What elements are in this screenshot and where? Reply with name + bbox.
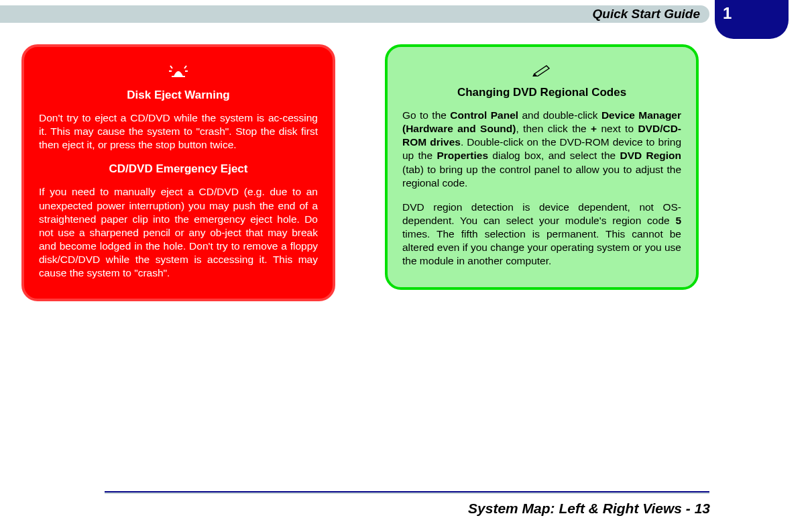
warning-title-1: Disk Eject Warning bbox=[39, 89, 318, 102]
alarm-icon bbox=[39, 62, 318, 83]
note-para-2: DVD region detection is device dependent… bbox=[402, 201, 681, 268]
note-title: Changing DVD Regional Codes bbox=[402, 86, 681, 99]
footer-text: System Map: Left & Right Views - 13 bbox=[468, 501, 710, 517]
warning-title-2: CD/DVD Emergency Eject bbox=[39, 162, 318, 176]
header-bar: Quick Start Guide bbox=[0, 5, 709, 23]
svg-line-1 bbox=[184, 66, 186, 68]
footer-rule bbox=[105, 491, 709, 494]
chapter-number: 1 bbox=[723, 4, 732, 23]
warning-para-2: If you need to manually eject a CD/DVD (… bbox=[39, 185, 318, 280]
chapter-tab: 1 bbox=[715, 0, 789, 39]
header-title: Quick Start Guide bbox=[593, 7, 700, 21]
pencil-icon bbox=[402, 62, 681, 81]
warning-para-1: Don't try to eject a CD/DVD while the sy… bbox=[39, 111, 318, 152]
warning-card: Disk Eject Warning Don't try to eject a … bbox=[21, 44, 335, 301]
note-card: Changing DVD Regional Codes Go to the Co… bbox=[385, 44, 699, 290]
note-para-1: Go to the Control Panel and double-click… bbox=[402, 109, 681, 190]
svg-line-0 bbox=[170, 66, 172, 68]
